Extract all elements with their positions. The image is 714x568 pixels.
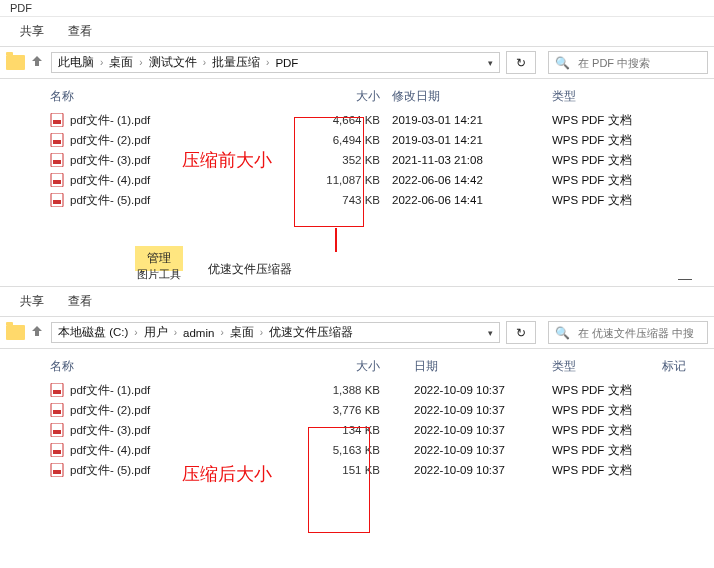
file-name: pdf文件- (5).pdf <box>70 463 150 478</box>
table-row[interactable]: pdf文件- (1).pdf 4,664 KB 2019-03-01 14:21… <box>50 110 714 130</box>
col-date[interactable]: 日期 <box>392 359 552 374</box>
col-date[interactable]: 修改日期 <box>392 89 552 104</box>
up-arrow-icon[interactable] <box>29 323 45 342</box>
table-row[interactable]: pdf文件- (2).pdf 3,776 KB 2022-10-09 10:37… <box>50 400 714 420</box>
table-row[interactable]: pdf文件- (3).pdf 134 KB 2022-10-09 10:37 W… <box>50 420 714 440</box>
pdf-file-icon <box>50 133 64 147</box>
table-row[interactable]: pdf文件- (3).pdf 352 KB 2021-11-03 21:08 W… <box>50 150 714 170</box>
tab-pic-tools[interactable]: 图片工具 <box>137 265 181 286</box>
refresh-icon: ↻ <box>516 56 526 70</box>
table-row[interactable]: pdf文件- (5).pdf 743 KB 2022-06-06 14:41 W… <box>50 190 714 210</box>
menu-bar: 共享 查看 <box>0 287 714 317</box>
window-title: 优速文件压缩器 <box>198 255 292 286</box>
svg-rect-5 <box>53 160 61 164</box>
file-type: WPS PDF 文档 <box>552 463 662 478</box>
menu-share[interactable]: 共享 <box>20 293 44 310</box>
breadcrumb-seg[interactable]: 测试文件 <box>149 55 197 70</box>
refresh-button[interactable]: ↻ <box>506 51 536 74</box>
pdf-file-icon <box>50 173 64 187</box>
col-type[interactable]: 类型 <box>552 89 662 104</box>
file-size: 5,163 KB <box>298 444 392 456</box>
file-size: 4,664 KB <box>298 114 392 126</box>
chevron-down-icon[interactable]: ▾ <box>488 328 493 338</box>
file-date: 2022-06-06 14:41 <box>392 194 552 206</box>
file-explorer-window-after: 管理 图片工具 优速文件压缩器 — 共享 查看 本地磁盘 (C:)› 用户› a… <box>0 252 714 480</box>
breadcrumb-seg[interactable]: 此电脑 <box>58 55 94 70</box>
search-box[interactable]: 🔍 <box>548 51 708 74</box>
col-type[interactable]: 类型 <box>552 359 662 374</box>
breadcrumb-seg[interactable]: 用户 <box>144 325 168 340</box>
pdf-file-icon <box>50 383 64 397</box>
menu-view[interactable]: 查看 <box>68 293 92 310</box>
breadcrumb-seg[interactable]: 批量压缩 <box>212 55 260 70</box>
file-type: WPS PDF 文档 <box>552 153 662 168</box>
col-size[interactable]: 大小 <box>298 89 392 104</box>
menu-share[interactable]: 共享 <box>20 23 44 40</box>
svg-rect-3 <box>53 140 61 144</box>
svg-rect-9 <box>53 200 61 204</box>
file-list-after: 名称 大小 日期 类型 标记 pdf文件- (1).pdf 1,388 KB 2… <box>0 349 714 480</box>
table-row[interactable]: pdf文件- (4).pdf 5,163 KB 2022-10-09 10:37… <box>50 440 714 460</box>
pdf-file-icon <box>50 423 64 437</box>
refresh-button[interactable]: ↻ <box>506 321 536 344</box>
col-size[interactable]: 大小 <box>298 359 392 374</box>
menu-view[interactable]: 查看 <box>68 23 92 40</box>
search-input[interactable] <box>576 56 714 70</box>
file-date: 2022-10-09 10:37 <box>392 444 552 456</box>
address-bar: 此电脑› 桌面› 测试文件› 批量压缩› PDF ▾ ↻ 🔍 <box>0 47 714 79</box>
search-input[interactable] <box>576 326 714 340</box>
minimize-icon[interactable]: — <box>678 270 692 286</box>
table-row[interactable]: pdf文件- (4).pdf 11,087 KB 2022-06-06 14:4… <box>50 170 714 190</box>
folder-icon <box>6 55 25 70</box>
search-icon: 🔍 <box>555 326 570 340</box>
column-headers: 名称 大小 修改日期 类型 <box>0 83 714 110</box>
table-row[interactable]: pdf文件- (1).pdf 1,388 KB 2022-10-09 10:37… <box>50 380 714 400</box>
table-row[interactable]: pdf文件- (5).pdf 151 KB 2022-10-09 10:37 W… <box>50 460 714 480</box>
svg-rect-1 <box>53 120 61 124</box>
file-type: WPS PDF 文档 <box>552 403 662 418</box>
column-headers: 名称 大小 日期 类型 标记 <box>0 353 714 380</box>
file-name: pdf文件- (4).pdf <box>70 173 150 188</box>
breadcrumb-seg[interactable]: 桌面 <box>109 55 133 70</box>
breadcrumb[interactable]: 此电脑› 桌面› 测试文件› 批量压缩› PDF ▾ <box>51 52 500 73</box>
file-date: 2022-06-06 14:42 <box>392 174 552 186</box>
file-name: pdf文件- (1).pdf <box>70 113 150 128</box>
svg-rect-18 <box>53 450 61 454</box>
breadcrumb-seg[interactable]: 优速文件压缩器 <box>269 325 353 340</box>
file-date: 2022-10-09 10:37 <box>392 464 552 476</box>
file-name: pdf文件- (5).pdf <box>70 193 150 208</box>
breadcrumb-seg[interactable]: 桌面 <box>230 325 254 340</box>
breadcrumb[interactable]: 本地磁盘 (C:)› 用户› admin› 桌面› 优速文件压缩器 ▾ <box>51 322 500 343</box>
pdf-file-icon <box>50 193 64 207</box>
file-explorer-window-before: PDF 共享 查看 此电脑› 桌面› 测试文件› 批量压缩› PDF ▾ ↻ 🔍… <box>0 0 714 210</box>
pdf-file-icon <box>50 463 64 477</box>
menu-bar: 共享 查看 <box>0 17 714 47</box>
breadcrumb-seg[interactable]: 本地磁盘 (C:) <box>58 325 128 340</box>
chevron-down-icon[interactable]: ▾ <box>488 58 493 68</box>
col-name[interactable]: 名称 <box>50 359 298 374</box>
address-bar: 本地磁盘 (C:)› 用户› admin› 桌面› 优速文件压缩器 ▾ ↻ 🔍 <box>0 317 714 349</box>
file-date: 2019-03-01 14:21 <box>392 114 552 126</box>
file-type: WPS PDF 文档 <box>552 173 662 188</box>
col-name[interactable]: 名称 <box>50 89 298 104</box>
file-type: WPS PDF 文档 <box>552 133 662 148</box>
pdf-file-icon <box>50 153 64 167</box>
folder-icon <box>6 325 25 340</box>
svg-rect-12 <box>53 390 61 394</box>
title-hint: PDF <box>0 0 714 17</box>
svg-rect-20 <box>53 470 61 474</box>
breadcrumb-seg[interactable]: admin <box>183 327 214 339</box>
file-name: pdf文件- (3).pdf <box>70 153 150 168</box>
file-size: 352 KB <box>298 154 392 166</box>
up-arrow-icon[interactable] <box>29 53 45 72</box>
search-icon: 🔍 <box>555 56 570 70</box>
search-box[interactable]: 🔍 <box>548 321 708 344</box>
file-name: pdf文件- (3).pdf <box>70 423 150 438</box>
file-date: 2019-03-01 14:21 <box>392 134 552 146</box>
col-tag[interactable]: 标记 <box>662 359 712 374</box>
table-row[interactable]: pdf文件- (2).pdf 6,494 KB 2019-03-01 14:21… <box>50 130 714 150</box>
breadcrumb-seg[interactable]: PDF <box>275 57 298 69</box>
file-type: WPS PDF 文档 <box>552 113 662 128</box>
file-date: 2022-10-09 10:37 <box>392 404 552 416</box>
file-type: WPS PDF 文档 <box>552 443 662 458</box>
